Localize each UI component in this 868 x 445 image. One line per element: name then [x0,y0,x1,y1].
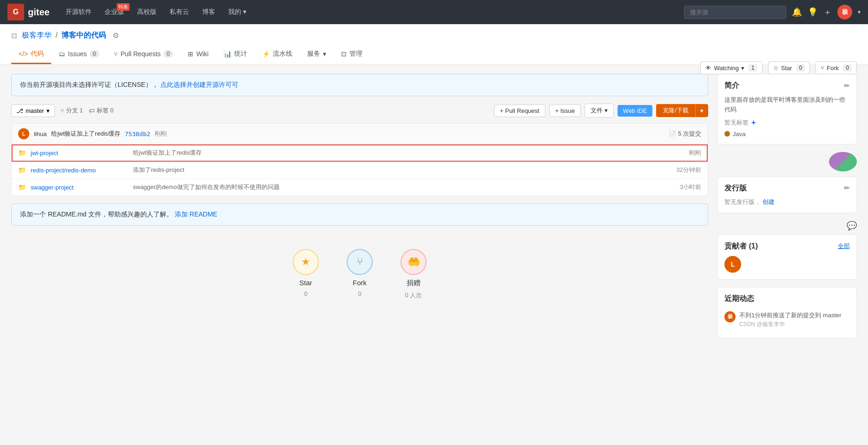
file-row: 📁 swagger-project swagger的demo做完了如何在发布的时… [12,179,708,196]
license-notice: 你当前开源项目尚未选择许可证（LICENSE）， 点此选择并创建开源许可可 [11,74,708,96]
content-area: 你当前开源项目尚未选择许可证（LICENSE）， 点此选择并创建开源许可可 ⎇ … [11,74,708,346]
contributors-all-link[interactable]: 全部 [838,242,850,250]
file-name-0[interactable]: jwt-project [31,150,133,157]
contributor-avatar[interactable]: L [724,256,741,273]
readme-link[interactable]: 添加 README [175,210,217,218]
tab-wiki[interactable]: ⊞ Wiki [180,45,216,64]
folder-icon-0: 📁 [18,149,26,157]
watch-button[interactable]: 👁 Watching ▾ 1 [700,61,762,74]
repo-name-link[interactable]: 博客中的代码 [61,31,106,39]
fork-count: 0 [843,64,852,72]
intro-edit-icon[interactable]: ✏ [844,82,850,90]
star-stat-count: 0 [304,290,307,297]
issue-btn[interactable]: + Issue [549,105,581,117]
sidebar-contributors: 贡献者 (1) 全部 L [717,235,857,280]
logo[interactable]: G gitee [7,4,50,20]
branch-selector[interactable]: ⎇ master ▾ [11,105,55,117]
commit-bar: L lihua 给jwt验证加上了redis缓存 7538db2 刚刚 📄 5 … [11,123,708,144]
tab-code[interactable]: </> 代码 [11,45,51,64]
discover-icon[interactable]: 💡 [808,7,818,17]
nav-opensource[interactable]: 开源软件 [61,5,96,19]
issues-icon: 🗂 [59,50,65,58]
commit-count-text: 5 次提交 [678,130,701,138]
repo-icon: ⊡ [11,32,17,40]
repo-breadcrumb: 极客李华 / 博客中的代码 [22,31,106,40]
fork-button[interactable]: ⑂ Fork 0 [815,61,857,74]
navbar-right: 🔔 💡 ＋ 极 ▾ [684,5,861,20]
branch-meta: ⑂ 分支 1 🏷 标签 0 [60,106,114,115]
file-name-2[interactable]: swagger-project [31,184,133,191]
pull-request-btn[interactable]: + Pull Request [494,105,546,117]
fork-icon: ⑂ [821,65,824,72]
nav-mine[interactable]: 我的 ▾ [224,5,251,19]
star-label: Star [781,65,792,72]
create-icon[interactable]: ＋ [823,7,832,18]
commit-author-avatar: L [18,128,29,139]
message-icon[interactable]: 💬 [847,221,857,230]
navbar-links: 开源软件 企业版 特惠 高校版 私有云 博客 我的 ▾ [61,5,251,19]
readme-text: 添加一个 README.md 文件，帮助感兴趣的人了解。 [20,210,173,218]
fork-stat-label: Fork [353,279,367,287]
notice-text: 你当前开源项目尚未选择许可证（LICENSE）， [20,81,158,88]
release-edit-icon[interactable]: ✏ [844,184,850,192]
code-icon: </> [19,50,28,58]
user-avatar[interactable]: 极 [837,5,852,20]
notification-icon[interactable]: 🔔 [792,7,802,17]
donate-circle[interactable]: 🤲 [401,249,427,275]
stat-donate: 🤲 捐赠 0 人次 [401,249,427,300]
donate-stat-count: 0 人次 [405,291,422,300]
tag-count: 🏷 标签 0 [89,106,114,115]
sidebar-intro-title: 简介 ✏ [724,81,850,91]
nav-university[interactable]: 高校版 [132,5,161,19]
sidebar-activity: 近期动态 极 不到1分钟前推送了新的提交到 master CSDN @极客李华 [717,287,857,338]
search-input[interactable] [684,6,786,19]
branch-name: master [26,107,44,114]
license-link[interactable]: 点此选择并创建开源许可可 [160,81,238,88]
fork-circle[interactable]: ⑂ [347,249,373,275]
file-table: 📁 jwt-project 给jwt验证加上了redis缓存 刚刚 📁 redi… [11,144,708,196]
create-release-link[interactable]: 创建 [763,198,775,205]
add-tag-icon[interactable]: + [751,118,756,127]
watch-count: 1 [749,64,757,72]
file-commit-msg-0: 给jwt验证加上了redis缓存 [133,149,689,157]
fork-stat-count: 0 [358,290,361,297]
tab-pipeline[interactable]: ⚡ 流水线 [255,45,300,64]
webide-btn[interactable]: Web IDE [618,105,653,117]
file-btn[interactable]: 文件 ▾ [585,104,614,118]
nav-blog[interactable]: 博客 [197,5,220,19]
nav-privatecloud[interactable]: 私有云 [165,5,194,19]
tab-stats[interactable]: 📊 统计 [216,45,255,64]
star-circle[interactable]: ★ [293,249,319,275]
file-commit-msg-2: swagger的demo做完了如何在发布的时候不使用的问题 [133,183,680,191]
star-button[interactable]: ☆ Star 0 [768,61,810,74]
stats-icon: 📊 [224,50,231,58]
manage-icon: ⊡ [341,50,347,58]
logo-icon: G [7,4,24,20]
file-row: 📁 redis-project/redis-demo 添加了redis-proj… [12,162,708,179]
branch-icon: ⎇ [16,107,23,114]
branch-count: ⑂ 分支 1 [60,106,83,115]
clone-dropdown-icon[interactable]: ▾ [695,104,708,117]
folder-icon-1: 📁 [18,166,26,174]
main-container: 你当前开源项目尚未选择许可证（LICENSE）， 点此选择并创建开源许可可 ⎇ … [0,65,868,355]
file-time-1: 32分钟前 [677,166,701,174]
commit-message: 给jwt验证加上了redis缓存 [51,130,120,138]
sidebar-intro: 简介 ✏ 这里面存放的是我平时博客里面涉及到的一些代码 暂无标签 + Java [717,74,857,144]
repo-title-row: ⊡ 极客李华 / 博客中的代码 ⚙ [11,31,857,45]
avatar-dropdown-icon[interactable]: ▾ [858,9,861,15]
sidebar-releases: 发行版 ✏ 暂无发行版， 创建 [717,177,857,213]
file-name-1[interactable]: redis-project/redis-demo [31,167,133,174]
tab-services[interactable]: 服务 ▾ [300,45,334,64]
branch-actions: + Pull Request + Issue 文件 ▾ Web IDE 克隆/下… [494,104,708,118]
clone-btn[interactable]: 克隆/下载 [656,104,695,117]
commit-author-name[interactable]: lihua [34,131,46,137]
repo-owner-link[interactable]: 极客李华 [22,31,52,39]
tab-pullrequests[interactable]: ⑂ Pull Requests 0 [106,45,180,64]
folder-icon-2: 📁 [18,183,26,191]
tab-manage[interactable]: ⊡ 管理 [334,45,370,64]
commit-hash[interactable]: 7538db2 [125,131,151,137]
tab-issues[interactable]: 🗂 Issues 0 [51,45,106,64]
eye-icon: 👁 [705,65,711,72]
repo-settings-icon[interactable]: ⚙ [112,31,119,40]
logo-text: gitee [28,7,50,18]
